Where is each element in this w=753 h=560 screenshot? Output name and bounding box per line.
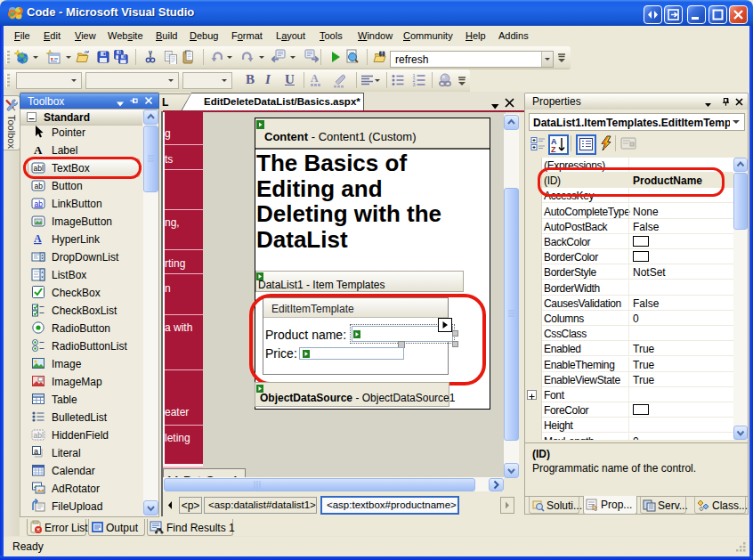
svg-text:abl: abl — [34, 164, 44, 173]
svg-text:3: 3 — [413, 82, 416, 87]
svg-text:abl: abl — [34, 431, 44, 440]
svg-text:Z: Z — [551, 145, 556, 154]
svg-text:ab: ab — [35, 199, 44, 208]
svg-text:a: a — [34, 447, 38, 456]
svg-text:A: A — [311, 73, 319, 85]
svg-text:A: A — [34, 143, 43, 157]
svg-text:A: A — [34, 232, 42, 245]
svg-text:ab: ab — [35, 182, 44, 191]
